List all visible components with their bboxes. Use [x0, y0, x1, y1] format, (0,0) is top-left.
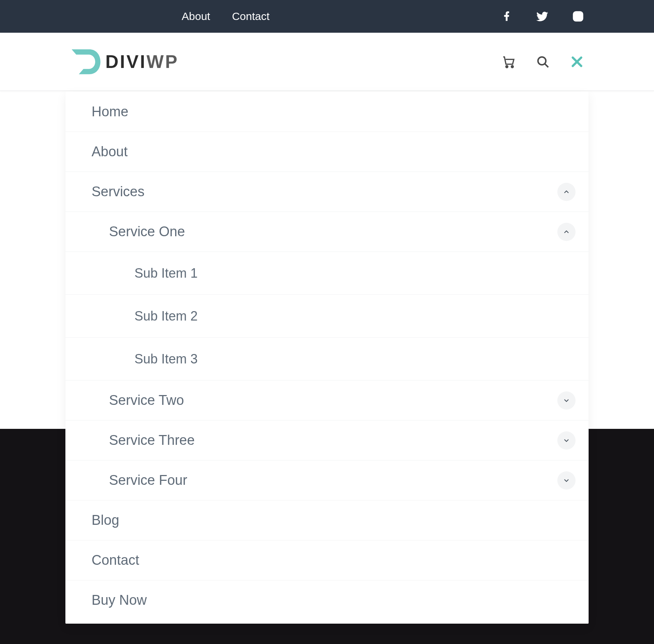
menu-item-buy-now[interactable]: Buy Now — [65, 580, 589, 620]
svg-point-5 — [538, 57, 546, 65]
menu-item-service-one[interactable]: Service One — [65, 212, 589, 251]
menu-item-label: Blog — [92, 512, 576, 528]
site-header: DIVIWP — [0, 33, 654, 91]
menu-item-label: Services — [92, 184, 550, 200]
menu-item-contact[interactable]: Contact — [65, 540, 589, 580]
top-bar-links: About Contact — [182, 10, 270, 23]
menu-item-label: About — [92, 144, 576, 160]
menu-item-label: Buy Now — [92, 592, 576, 608]
svg-point-4 — [511, 65, 513, 67]
chevron-down-icon[interactable] — [557, 471, 576, 490]
logo-mark-icon — [69, 45, 102, 78]
svg-point-3 — [506, 65, 508, 67]
mobile-menu: Home About Services Service One Sub Item… — [65, 92, 589, 624]
site-logo[interactable]: DIVIWP — [69, 45, 179, 78]
menu-item-sub-3[interactable]: Sub Item 3 — [65, 337, 589, 380]
close-menu-icon[interactable] — [569, 54, 585, 70]
menu-item-sub-1[interactable]: Sub Item 1 — [65, 251, 589, 294]
chevron-up-icon[interactable] — [557, 183, 576, 201]
cart-icon[interactable] — [501, 54, 517, 70]
search-icon[interactable] — [535, 54, 551, 70]
instagram-icon[interactable] — [571, 9, 585, 23]
menu-item-home[interactable]: Home — [65, 92, 589, 132]
menu-item-service-two[interactable]: Service Two — [65, 380, 589, 420]
menu-item-label: Sub Item 2 — [134, 309, 576, 324]
svg-line-6 — [545, 64, 548, 67]
top-bar: About Contact — [0, 0, 654, 33]
facebook-icon[interactable] — [500, 9, 514, 23]
menu-item-about[interactable]: About — [65, 132, 589, 172]
menu-item-label: Sub Item 3 — [134, 351, 576, 367]
menu-item-label: Contact — [92, 552, 576, 568]
menu-item-label: Home — [92, 104, 576, 120]
twitter-icon[interactable] — [536, 9, 549, 23]
menu-item-label: Service One — [109, 224, 550, 240]
svg-point-2 — [580, 13, 582, 14]
menu-item-label: Sub Item 1 — [134, 266, 576, 281]
menu-item-label: Service Four — [109, 472, 550, 488]
menu-item-label: Service Three — [109, 432, 550, 448]
menu-item-service-four[interactable]: Service Four — [65, 460, 589, 500]
chevron-up-icon[interactable] — [557, 223, 576, 241]
menu-item-label: Service Two — [109, 393, 550, 408]
svg-point-1 — [576, 14, 580, 18]
chevron-down-icon[interactable] — [557, 431, 576, 450]
menu-item-service-three[interactable]: Service Three — [65, 420, 589, 460]
logo-text-divi: DIVIWP — [105, 51, 179, 72]
header-actions — [501, 54, 585, 70]
top-bar-link-contact[interactable]: Contact — [232, 10, 269, 23]
menu-item-sub-2[interactable]: Sub Item 2 — [65, 294, 589, 337]
top-bar-social — [500, 9, 585, 23]
chevron-down-icon[interactable] — [557, 391, 576, 410]
top-bar-link-about[interactable]: About — [182, 10, 210, 23]
menu-item-blog[interactable]: Blog — [65, 500, 589, 540]
menu-item-services[interactable]: Services — [65, 172, 589, 212]
